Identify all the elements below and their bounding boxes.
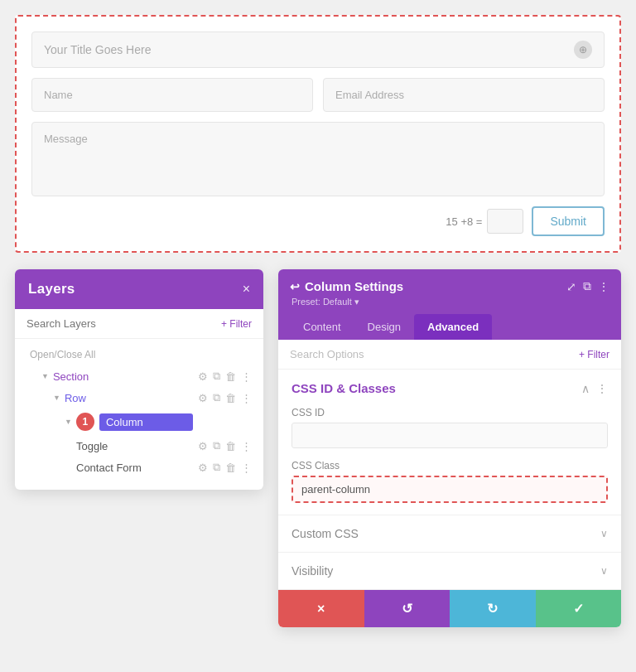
layer-delete-icon[interactable]: 🗑: [225, 370, 236, 383]
layer-item-contact-form[interactable]: Contact Form ⚙ ⧉ 🗑 ⋮: [15, 457, 263, 478]
layer-settings-icon[interactable]: ⚙: [198, 416, 208, 428]
settings-filter-button[interactable]: + Filter: [579, 349, 610, 360]
css-id-classes-title: CSS ID & Classes: [292, 381, 396, 395]
layer-settings-icon[interactable]: ⚙: [198, 462, 208, 474]
form-submit-button[interactable]: Submit: [532, 206, 605, 236]
settings-body: Search Options + Filter CSS ID & Classes…: [278, 340, 621, 590]
layer-icons-row: ⚙ ⧉ 🗑 ⋮: [198, 391, 252, 404]
layer-settings-icon[interactable]: ⚙: [198, 440, 208, 452]
settings-layout-icon[interactable]: ⧉: [583, 279, 591, 293]
settings-expand-icon[interactable]: ⤢: [566, 280, 576, 293]
section-header-icons: ∧ ⋮: [581, 382, 608, 395]
settings-header-icons: ⤢ ⧉ ⋮: [566, 279, 610, 293]
form-name-field[interactable]: Name: [31, 78, 313, 112]
layers-filter-button[interactable]: + Filter: [221, 318, 252, 330]
layers-header: Layers ×: [15, 269, 263, 309]
form-title-placeholder: Your Title Goes Here: [44, 43, 574, 56]
cancel-button[interactable]: ×: [278, 590, 364, 627]
settings-header: ↩ Column Settings ⤢ ⧉ ⋮ Preset: Default …: [278, 269, 621, 340]
custom-css-arrow: ∨: [600, 528, 608, 539]
layer-copy-icon[interactable]: ⧉: [213, 439, 220, 452]
visibility-arrow: ∨: [600, 565, 608, 577]
css-class-input[interactable]: [292, 476, 608, 503]
tab-design[interactable]: Design: [354, 314, 414, 340]
css-id-input[interactable]: [292, 423, 608, 448]
panels-row: Layers × + Filter Open/Close All ▼ Secti…: [15, 269, 621, 627]
css-id-classes-header[interactable]: CSS ID & Classes ∧ ⋮: [278, 370, 621, 407]
layers-body: Open/Close All ▼ Section ⚙ ⧉ 🗑 ⋮ ▼ Row ⚙…: [15, 339, 263, 490]
captcha-input[interactable]: [487, 209, 523, 234]
layer-delete-icon[interactable]: 🗑: [225, 392, 236, 404]
visibility-label: Visibility: [292, 564, 333, 578]
layer-arrow: ▼: [53, 394, 60, 402]
css-class-label: CSS Class: [292, 460, 608, 471]
layer-more-icon[interactable]: ⋮: [241, 440, 252, 452]
layer-more-icon[interactable]: ⋮: [241, 416, 252, 428]
layer-settings-icon[interactable]: ⚙: [198, 392, 208, 404]
layer-copy-icon[interactable]: ⧉: [213, 370, 220, 383]
layers-close-button[interactable]: ×: [243, 282, 250, 297]
settings-more-icon[interactable]: ⋮: [598, 280, 610, 293]
css-id-field-group: CSS ID: [278, 407, 621, 460]
tab-content[interactable]: Content: [290, 314, 354, 340]
layer-more-icon[interactable]: ⋮: [241, 392, 252, 404]
layer-label-toggle: Toggle: [76, 440, 198, 452]
settings-search-placeholder: Search Options: [290, 348, 364, 360]
redo-button[interactable]: ↻: [450, 590, 536, 627]
captcha-label: 15 +8 =: [446, 215, 482, 228]
layer-delete-icon[interactable]: 🗑: [225, 440, 236, 452]
css-id-label: CSS ID: [292, 407, 608, 418]
save-button[interactable]: ✓: [536, 590, 622, 627]
layer-label-row: Row: [65, 392, 198, 404]
layer-settings-icon[interactable]: ⚙: [198, 370, 208, 383]
settings-tabs: Content Design Advanced: [290, 314, 610, 340]
section-collapse-icon[interactable]: ∧: [581, 382, 590, 395]
css-id-classes-section: CSS ID & Classes ∧ ⋮ CSS ID CSS Class: [278, 370, 621, 515]
layers-title: Layers: [28, 281, 75, 297]
layers-search-input[interactable]: [26, 317, 214, 330]
form-bottom-row: 15 +8 = Submit: [31, 206, 605, 236]
settings-panel-title: Column Settings: [305, 279, 403, 293]
layer-icons-section: ⚙ ⧉ 🗑 ⋮: [198, 370, 252, 383]
custom-css-section[interactable]: Custom CSS ∨: [278, 515, 621, 553]
settings-panel: ↩ Column Settings ⤢ ⧉ ⋮ Preset: Default …: [278, 269, 621, 627]
layer-label-contact-form: Contact Form: [76, 462, 198, 474]
settings-preset[interactable]: Preset: Default ▾: [290, 297, 610, 307]
form-email-field[interactable]: Email Address: [323, 78, 605, 112]
settings-back-icon[interactable]: ↩: [290, 280, 300, 293]
layer-delete-icon[interactable]: 🗑: [225, 416, 236, 428]
open-close-all[interactable]: Open/Close All: [15, 344, 263, 365]
settings-header-top: ↩ Column Settings ⤢ ⧉ ⋮: [290, 279, 610, 293]
undo-button[interactable]: ↺: [364, 590, 450, 627]
layer-label-column: Column: [99, 413, 193, 431]
css-class-field-group: CSS Class: [278, 460, 621, 515]
layer-label-section: Section: [53, 370, 198, 383]
layer-item-row[interactable]: ▼ Row ⚙ ⧉ 🗑 ⋮: [15, 387, 263, 409]
layer-arrow: ▼: [41, 372, 49, 380]
layer-copy-icon[interactable]: ⧉: [213, 461, 220, 474]
layer-badge: 1: [76, 413, 94, 431]
layer-icons-toggle: ⚙ ⧉ 🗑 ⋮: [198, 439, 252, 452]
redo-icon: ↻: [487, 601, 498, 616]
layer-item-toggle[interactable]: Toggle ⚙ ⧉ 🗑 ⋮: [15, 435, 263, 457]
tab-advanced[interactable]: Advanced: [414, 314, 492, 340]
layer-copy-icon[interactable]: ⧉: [213, 391, 220, 404]
form-fields-row: Name Email Address: [31, 78, 605, 112]
layers-panel: Layers × + Filter Open/Close All ▼ Secti…: [15, 269, 263, 490]
layer-item-section[interactable]: ▼ Section ⚙ ⧉ 🗑 ⋮: [15, 365, 263, 387]
layer-icons-column: ⚙ ⧉ 🗑 ⋮: [198, 415, 252, 428]
section-more-icon[interactable]: ⋮: [596, 382, 608, 395]
settings-back-title: ↩ Column Settings: [290, 279, 403, 293]
layer-more-icon[interactable]: ⋮: [241, 462, 252, 474]
form-message-field[interactable]: Message: [31, 122, 605, 196]
layer-more-icon[interactable]: ⋮: [241, 370, 252, 383]
layer-item-column[interactable]: ▼ 1 Column ⚙ ⧉ 🗑 ⋮: [15, 409, 263, 435]
undo-icon: ↺: [402, 601, 412, 616]
layer-copy-icon[interactable]: ⧉: [213, 415, 220, 428]
visibility-section[interactable]: Visibility ∨: [278, 553, 621, 590]
cancel-icon: ×: [317, 602, 325, 616]
form-captcha: 15 +8 =: [446, 209, 523, 234]
layer-delete-icon[interactable]: 🗑: [225, 462, 236, 474]
layers-search-row: + Filter: [15, 309, 263, 339]
layer-icons-contact-form: ⚙ ⧉ 🗑 ⋮: [198, 461, 252, 474]
